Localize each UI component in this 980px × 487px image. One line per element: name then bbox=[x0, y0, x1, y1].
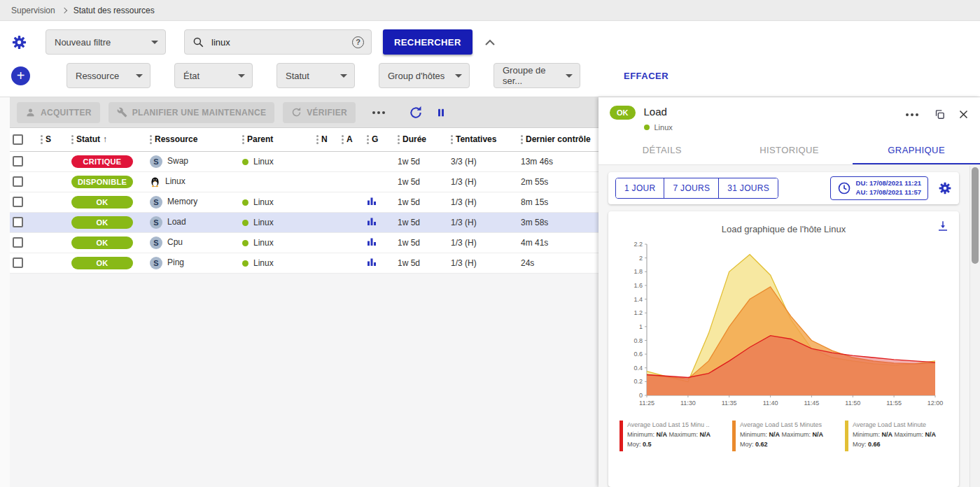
close-icon[interactable] bbox=[958, 109, 969, 120]
drag-handle-icon[interactable] bbox=[242, 135, 244, 144]
tab-graphique[interactable]: GRAPHIQUE bbox=[853, 136, 980, 164]
breadcrumb-item[interactable]: Statut des ressources bbox=[74, 6, 155, 15]
resource-name[interactable]: Linux bbox=[165, 176, 186, 186]
graph-exists-icon[interactable] bbox=[367, 196, 377, 206]
row-checkbox[interactable] bbox=[13, 197, 23, 207]
check-button[interactable]: VÉRIFIER bbox=[283, 102, 356, 123]
add-criteria-button[interactable]: + bbox=[11, 66, 30, 85]
cell-resource[interactable]: SMemory bbox=[147, 192, 239, 212]
more-actions-icon[interactable] bbox=[370, 108, 388, 117]
sort-asc-icon[interactable]: ↑ bbox=[103, 134, 107, 144]
search-button[interactable]: RECHERCHER bbox=[383, 29, 472, 55]
saved-filter-select[interactable]: Nouveau filtre bbox=[46, 29, 166, 55]
listing-empty-area bbox=[10, 274, 598, 487]
cell-parent[interactable]: Linux bbox=[239, 232, 314, 253]
drag-handle-icon[interactable] bbox=[342, 135, 344, 144]
period-picker[interactable]: DU: 17/08/2021 11:21 AU: 17/08/2021 11:5… bbox=[830, 176, 928, 200]
graph-exists-icon[interactable] bbox=[367, 257, 377, 267]
column-header-duration[interactable]: Durée bbox=[395, 128, 448, 151]
clear-filters-button[interactable]: EFFACER bbox=[620, 70, 673, 82]
row-checkbox[interactable] bbox=[13, 156, 23, 167]
cell-parent[interactable]: Linux bbox=[239, 253, 314, 273]
cell-resource[interactable]: SCpu bbox=[147, 232, 239, 253]
resource-name[interactable]: Cpu bbox=[167, 237, 183, 247]
column-header-ack[interactable]: A bbox=[339, 128, 364, 151]
legend-item[interactable]: Average Load Last 5 Minutes Minimum: N/A… bbox=[732, 421, 835, 451]
row-checkbox[interactable] bbox=[13, 237, 23, 248]
resource-name[interactable]: Load bbox=[167, 217, 186, 227]
drag-handle-icon[interactable] bbox=[316, 135, 318, 144]
cell-parent[interactable]: Linux bbox=[239, 212, 314, 232]
cell-resource[interactable]: Linux bbox=[147, 171, 239, 192]
drag-handle-icon[interactable] bbox=[41, 135, 43, 144]
cell-resource[interactable]: SLoad bbox=[147, 212, 239, 232]
resource-name[interactable]: Memory bbox=[167, 197, 197, 206]
pause-icon[interactable] bbox=[435, 107, 447, 118]
legend-item[interactable]: Average Load Last 15 Minu .. Minimum: N/… bbox=[620, 421, 722, 451]
column-header-resource[interactable]: Ressource bbox=[147, 128, 239, 151]
load-chart[interactable]: 00.20.40.60.811.21.41.61.822.211:2511:30… bbox=[624, 237, 944, 412]
cell-resource[interactable]: SSwap bbox=[147, 151, 239, 171]
drag-handle-icon[interactable] bbox=[367, 135, 369, 144]
drag-handle-icon[interactable] bbox=[150, 135, 152, 144]
resource-name[interactable]: Swap bbox=[167, 156, 188, 166]
table-row[interactable]: OK SPing Linux 1w 5d 1/3 (H) 24s bbox=[10, 253, 598, 273]
criteria-select[interactable]: Statut bbox=[276, 63, 355, 88]
table-row[interactable]: DISPONIBLE Linux 1w 5d 1/3 (H) 2m 55s bbox=[10, 171, 598, 192]
legend-item[interactable]: Average Load Last Minute Minimum: N/A Ma… bbox=[845, 421, 948, 451]
column-header-graph[interactable]: G bbox=[364, 128, 395, 151]
criteria-select[interactable]: Group d'hôtes bbox=[379, 63, 470, 88]
graph-exists-icon[interactable] bbox=[367, 216, 377, 226]
criteria-select[interactable]: Groupe de ser... bbox=[493, 63, 580, 88]
drag-handle-icon[interactable] bbox=[451, 135, 453, 144]
table-row[interactable]: CRITIQUE SSwap Linux 1w 5d 3/3 (H) 13m 4… bbox=[10, 151, 598, 171]
panel-scrollbar[interactable] bbox=[969, 166, 980, 487]
cell-parent[interactable]: Linux bbox=[239, 192, 314, 212]
column-header-severity[interactable]: S bbox=[38, 128, 69, 151]
table-row[interactable]: OK SMemory Linux 1w 5d 1/3 (H) 8m 15s bbox=[10, 192, 598, 212]
column-header-parent[interactable]: Parent bbox=[239, 128, 314, 151]
cell-parent[interactable] bbox=[239, 171, 314, 192]
chevron-down-icon bbox=[238, 74, 245, 78]
panel-scrollbar-thumb[interactable] bbox=[972, 167, 979, 264]
search-help-icon[interactable]: ? bbox=[352, 36, 364, 48]
row-checkbox[interactable] bbox=[13, 217, 23, 227]
maintenance-button[interactable]: PLANIFIER UNE MAINTENANCE bbox=[108, 102, 275, 123]
select-all-checkbox[interactable] bbox=[13, 134, 23, 145]
row-checkbox[interactable] bbox=[13, 257, 23, 268]
range-button-1-jour[interactable]: 1 JOUR bbox=[616, 178, 664, 198]
criteria-select[interactable]: État bbox=[174, 63, 253, 88]
search-box[interactable]: ? bbox=[184, 29, 372, 55]
drag-handle-icon[interactable] bbox=[521, 135, 523, 144]
download-icon[interactable] bbox=[937, 220, 949, 232]
row-checkbox[interactable] bbox=[13, 176, 23, 187]
resource-name[interactable]: Ping bbox=[167, 257, 184, 267]
search-input[interactable] bbox=[210, 36, 346, 48]
tab-details[interactable]: DÉTAILS bbox=[598, 136, 726, 164]
drag-handle-icon[interactable] bbox=[398, 135, 400, 144]
graph-exists-icon[interactable] bbox=[367, 237, 377, 246]
column-header-last_check[interactable]: Dernier contrôle bbox=[518, 128, 598, 151]
range-button-7-jours[interactable]: 7 JOURS bbox=[664, 178, 719, 198]
period-from: DU: 17/08/2021 11:21 bbox=[856, 179, 921, 188]
details-panel: OK Load Linux bbox=[598, 97, 980, 487]
cell-resource[interactable]: SPing bbox=[147, 253, 239, 273]
criteria-select[interactable]: Ressource bbox=[66, 63, 150, 88]
refresh-icon[interactable] bbox=[409, 106, 423, 120]
graph-settings-gear-icon[interactable] bbox=[938, 181, 952, 195]
column-header-tries[interactable]: Tentatives bbox=[448, 128, 518, 151]
table-row[interactable]: OK SCpu Linux 1w 5d 1/3 (H) 4m 41s bbox=[10, 232, 598, 253]
cell-parent[interactable]: Linux bbox=[239, 151, 314, 171]
acknowledge-button[interactable]: ACQUITTER bbox=[17, 102, 100, 123]
column-header-notif[interactable]: N bbox=[314, 128, 339, 151]
range-button-31-jours[interactable]: 31 JOURS bbox=[719, 178, 778, 198]
copy-link-icon[interactable] bbox=[934, 108, 946, 120]
table-row[interactable]: OK SLoad Linux 1w 5d 1/3 (H) 3m 58s bbox=[10, 212, 598, 232]
drag-handle-icon[interactable] bbox=[71, 135, 74, 144]
tab-historique[interactable]: HISTORIQUE bbox=[726, 136, 853, 164]
chevron-up-icon[interactable] bbox=[485, 39, 495, 45]
column-header-status[interactable]: Statut↑ bbox=[69, 128, 147, 151]
panel-more-icon[interactable] bbox=[903, 111, 921, 119]
breadcrumb-item[interactable]: Supervision bbox=[11, 6, 55, 15]
filter-gear-icon[interactable] bbox=[11, 34, 27, 50]
